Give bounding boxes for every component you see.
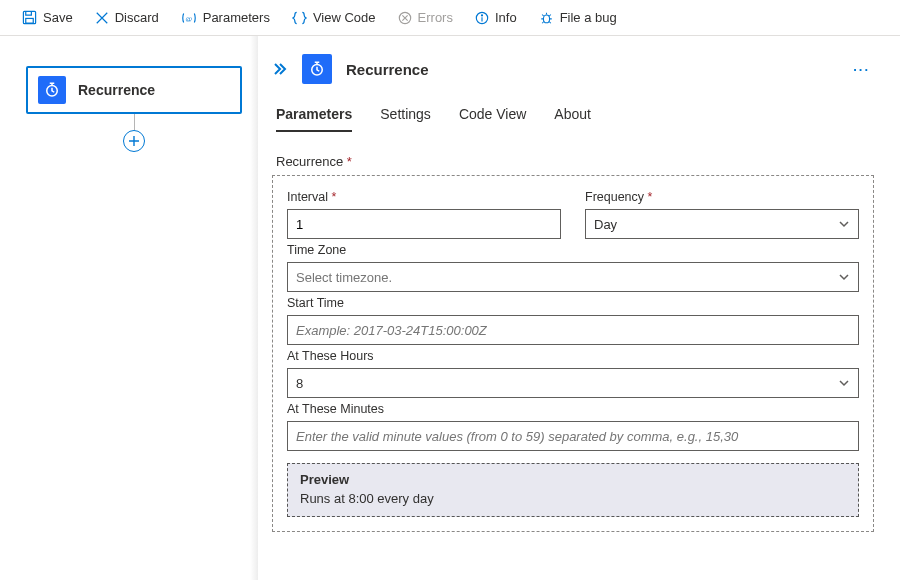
trigger-card-label: Recurrence bbox=[78, 82, 155, 98]
viewcode-button[interactable]: View Code bbox=[282, 6, 386, 29]
discard-icon bbox=[95, 11, 109, 25]
add-step-button[interactable] bbox=[123, 130, 145, 152]
preview-box: Preview Runs at 8:00 every day bbox=[287, 463, 859, 517]
chevron-down-icon bbox=[838, 218, 850, 230]
panel-tabs: Parameters Settings Code View About bbox=[276, 106, 874, 132]
tab-parameters[interactable]: Parameters bbox=[276, 106, 352, 132]
connector-line bbox=[134, 114, 135, 130]
viewcode-label: View Code bbox=[313, 10, 376, 25]
recurrence-config-box: Interval Frequency Day Time Zone Select … bbox=[272, 175, 874, 532]
frequency-value: Day bbox=[594, 217, 617, 232]
svg-rect-1 bbox=[26, 18, 34, 23]
trigger-card-recurrence[interactable]: Recurrence bbox=[26, 66, 242, 114]
clock-icon bbox=[302, 54, 332, 84]
info-icon bbox=[475, 11, 489, 25]
top-toolbar: Save Discard @ Parameters View Code Erro… bbox=[0, 0, 900, 36]
save-icon bbox=[22, 10, 37, 25]
parameters-button[interactable]: @ Parameters bbox=[171, 6, 280, 29]
hours-label: At These Hours bbox=[287, 349, 859, 363]
info-label: Info bbox=[495, 10, 517, 25]
minutes-label: At These Minutes bbox=[287, 402, 859, 416]
parameters-icon: @ bbox=[181, 11, 197, 25]
braces-icon bbox=[292, 11, 307, 25]
error-icon bbox=[398, 11, 412, 25]
bug-icon bbox=[539, 11, 554, 25]
tab-settings[interactable]: Settings bbox=[380, 106, 431, 132]
preview-title: Preview bbox=[300, 472, 846, 487]
save-label: Save bbox=[43, 10, 73, 25]
panel-title: Recurrence bbox=[346, 61, 835, 78]
filebug-button[interactable]: File a bug bbox=[529, 6, 627, 29]
minutes-input[interactable] bbox=[287, 421, 859, 451]
info-button[interactable]: Info bbox=[465, 6, 527, 29]
svg-point-5 bbox=[481, 14, 482, 15]
chevron-down-icon bbox=[838, 377, 850, 389]
tab-about[interactable]: About bbox=[554, 106, 591, 132]
frequency-label: Frequency bbox=[585, 190, 859, 204]
more-menu-button[interactable]: ··· bbox=[849, 62, 874, 77]
discard-label: Discard bbox=[115, 10, 159, 25]
properties-panel: Recurrence ··· Parameters Settings Code … bbox=[258, 36, 900, 580]
interval-label: Interval bbox=[287, 190, 561, 204]
designer-canvas: Recurrence bbox=[0, 36, 258, 580]
chevron-down-icon bbox=[838, 271, 850, 283]
hours-value: 8 bbox=[296, 376, 303, 391]
errors-label: Errors bbox=[418, 10, 453, 25]
parameters-label: Parameters bbox=[203, 10, 270, 25]
interval-input[interactable] bbox=[287, 209, 561, 239]
timezone-placeholder: Select timezone. bbox=[296, 270, 392, 285]
svg-point-6 bbox=[543, 14, 549, 22]
preview-text: Runs at 8:00 every day bbox=[300, 491, 846, 506]
timezone-select[interactable]: Select timezone. bbox=[287, 262, 859, 292]
save-button[interactable]: Save bbox=[12, 6, 83, 29]
section-label-recurrence: Recurrence bbox=[276, 154, 874, 169]
svg-text:@: @ bbox=[185, 14, 192, 22]
filebug-label: File a bug bbox=[560, 10, 617, 25]
collapse-panel-button[interactable] bbox=[272, 62, 288, 76]
errors-button: Errors bbox=[388, 6, 463, 29]
discard-button[interactable]: Discard bbox=[85, 6, 169, 29]
starttime-input[interactable] bbox=[287, 315, 859, 345]
tab-codeview[interactable]: Code View bbox=[459, 106, 526, 132]
frequency-select[interactable]: Day bbox=[585, 209, 859, 239]
hours-select[interactable]: 8 bbox=[287, 368, 859, 398]
starttime-label: Start Time bbox=[287, 296, 859, 310]
clock-icon bbox=[38, 76, 66, 104]
timezone-label: Time Zone bbox=[287, 243, 859, 257]
